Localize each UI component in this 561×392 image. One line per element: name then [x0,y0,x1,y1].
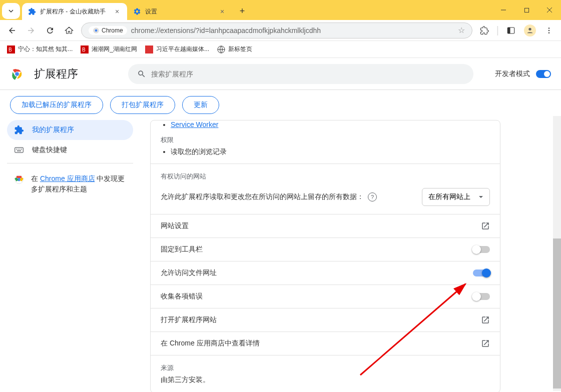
svg-text:B: B [9,47,12,52]
webstore-link[interactable]: Chrome 应用商店 [40,174,95,182]
open-in-new-icon [481,222,490,230]
browser-tab-active[interactable]: 扩展程序 - 金山收藏助手 × [22,3,127,20]
webstore-icon [14,174,24,184]
site-icon: B [81,46,89,54]
bookmark-item[interactable]: 习近平在越南媒体... [145,45,209,54]
svg-rect-18 [15,148,24,152]
sidebar-item-shortcuts[interactable]: 键盘快捷键 [7,140,133,160]
scrollbar-thumb[interactable] [553,238,561,388]
nav-home-button[interactable] [62,24,76,38]
open-in-new-icon [481,339,490,348]
nav-forward-button[interactable] [24,24,38,38]
url-text: chrome://extensions/?id=lanhpcaapacdmofk… [131,26,321,34]
bookmarks-bar: B 宁心：知其然 知其... B 湘潮网_湖南红网 习近平在越南媒体... 新标… [0,41,561,58]
bookmark-item[interactable]: B 宁心：知其然 知其... [7,45,73,54]
load-unpacked-button[interactable]: 加载已解压的扩展程序 [10,96,103,114]
svg-rect-0 [524,8,528,12]
svg-rect-23 [17,150,21,152]
browser-tab-inactive[interactable]: 设置 × [127,3,232,20]
chevron-down-icon [8,8,14,14]
nav-back-button[interactable] [5,24,19,38]
svg-point-2 [95,29,98,32]
keyboard-icon [14,145,24,155]
svg-text:B: B [82,47,86,52]
update-button[interactable]: 更新 [182,96,219,114]
svg-point-6 [548,28,549,28]
open-extension-website-row[interactable]: 打开扩展程序网站 [151,308,500,332]
tab-search-button[interactable] [2,3,20,19]
sidebar: 我的扩展程序 键盘快捷键 在 Chrome 应用商店 中发现更多扩展程序和主题 [0,120,140,392]
scrollbar-track[interactable] [553,116,561,391]
window-minimize-button[interactable] [492,0,515,20]
nav-reload-button[interactable] [43,24,57,38]
svg-point-5 [528,28,531,30]
webstore-note: 在 Chrome 应用商店 中发现更多扩展程序和主题 [7,166,133,202]
site-icon: B [7,46,15,54]
allow-file-urls-row: 允许访问文件网址 [151,261,500,284]
svg-point-7 [548,30,549,30]
service-worker-link[interactable]: Service Worker [171,120,218,128]
collect-errors-row: 收集各项错误 [151,284,500,308]
svg-rect-19 [16,149,17,150]
url-bar[interactable]: Chrome chrome://extensions/?id=lanhpcaap… [81,22,472,38]
collect-errors-toggle[interactable] [473,293,490,300]
extension-detail-content: Service Worker 权限 读取您的浏览记录 有权访问的网站 允许此扩展… [140,120,561,392]
svg-point-8 [548,32,549,33]
search-icon [137,70,146,78]
extensions-actions: 加载已解压的扩展程序 打包扩展程序 更新 [0,90,561,120]
sidepanel-button[interactable] [504,24,518,38]
window-maximize-button[interactable] [515,0,538,20]
search-input[interactable] [151,70,464,78]
pack-extension-button[interactable]: 打包扩展程序 [110,96,175,114]
source-heading: 来源 [161,364,490,372]
view-in-webstore-row[interactable]: 在 Chrome 应用商店中查看详情 [151,332,500,355]
svg-rect-22 [21,149,22,150]
gear-icon [133,8,141,16]
svg-rect-21 [20,149,21,150]
tab-close-button[interactable]: × [113,8,121,16]
extensions-header: 扩展程序 开发者模式 [0,58,561,90]
pin-to-toolbar-row: 固定到工具栏 [151,238,500,261]
site-access-heading: 有权访问的网站 [161,172,490,181]
tab-close-button[interactable]: × [218,8,226,16]
tab-title: 设置 [145,8,214,16]
website-settings-row[interactable]: 网站设置 [151,214,500,238]
extensions-button[interactable] [477,24,491,38]
new-tab-button[interactable]: + [235,4,249,18]
window-close-button[interactable] [538,0,561,20]
globe-icon [217,46,225,54]
bookmark-item[interactable]: 新标签页 [217,45,252,54]
pin-to-toolbar-toggle[interactable] [473,246,490,253]
tab-title: 扩展程序 - 金山收藏助手 [40,8,109,16]
extension-icon [14,125,24,135]
developer-mode-row: 开发者模式 [495,70,551,78]
svg-rect-20 [18,149,19,150]
sidebar-item-my-extensions[interactable]: 我的扩展程序 [7,120,133,140]
site-access-dropdown[interactable]: 在所有网站上 [422,188,490,206]
profile-avatar[interactable] [523,24,537,38]
developer-mode-toggle[interactable] [536,70,551,78]
allow-file-urls-toggle[interactable] [473,270,490,276]
addressbar: Chrome chrome://extensions/?id=lanhpcaap… [0,20,561,41]
search-box[interactable] [128,64,473,84]
site-access-section: 有权访问的网站 允许此扩展程序读取和更改您在所访问的网站上留存的所有数据： ? … [151,164,500,214]
caret-down-icon [478,194,483,200]
svg-rect-4 [507,28,510,34]
bookmark-item[interactable]: B 湘潮网_湖南红网 [81,45,137,54]
chrome-logo-icon [10,67,24,81]
permissions-heading: 权限 [161,136,490,144]
open-in-new-icon [481,316,490,324]
help-icon[interactable]: ? [368,192,377,202]
permission-item: 读取您的浏览记录 [171,148,490,156]
menu-button[interactable] [542,24,556,38]
chrome-logo-icon [93,27,100,34]
window-titlebar: 扩展程序 - 金山收藏助手 × 设置 × + [0,0,561,20]
page-title: 扩展程序 [34,66,78,82]
svg-rect-13 [145,46,153,54]
site-icon [145,46,153,54]
chrome-badge: Chrome [89,26,127,35]
bookmark-star-button[interactable]: ☆ [458,26,465,35]
source-section: 来源 由第三方安装。 [151,355,500,392]
extension-icon [28,8,36,16]
